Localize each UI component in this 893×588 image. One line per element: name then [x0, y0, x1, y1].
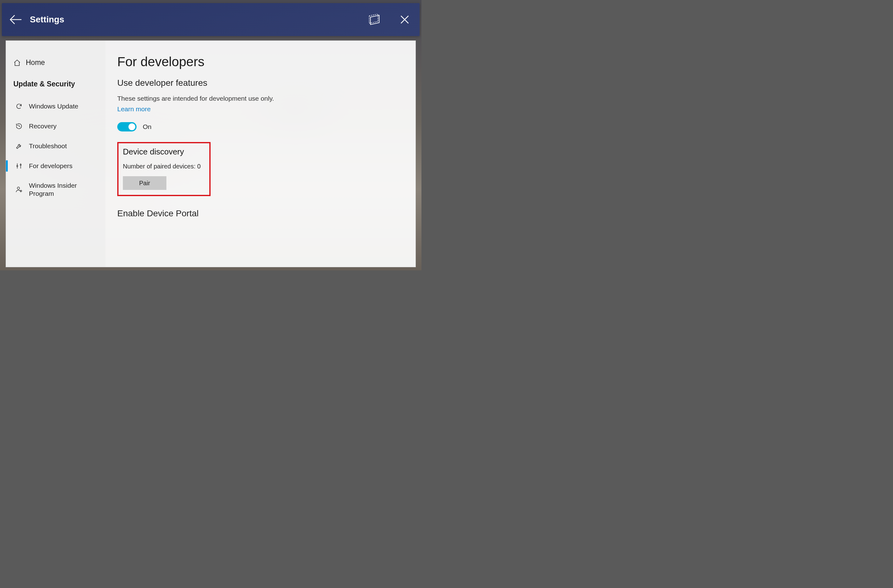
hologram-slate-icon	[368, 14, 381, 25]
person-badge-icon	[15, 186, 23, 193]
enable-device-portal-heading: Enable Device Portal	[117, 208, 406, 219]
device-discovery-highlight: Device discovery Number of paired device…	[117, 142, 210, 196]
arrow-left-icon	[9, 13, 23, 26]
sidebar-item-label: For developers	[29, 162, 98, 170]
sidebar-item-label: Windows Update	[29, 102, 98, 110]
sidebar-item-label: Windows Insider Program	[29, 182, 98, 198]
sidebar-item-troubleshoot[interactable]: Troubleshoot	[6, 136, 105, 156]
tools-icon	[15, 162, 23, 170]
close-button[interactable]	[390, 3, 419, 36]
sidebar-section-header: Update & Security	[6, 70, 105, 96]
back-button[interactable]	[2, 3, 30, 36]
home-icon	[14, 59, 21, 66]
history-icon	[15, 123, 23, 130]
sidebar-item-windows-insider[interactable]: Windows Insider Program	[6, 176, 105, 204]
sidebar-item-label: Troubleshoot	[29, 142, 98, 150]
toggle-knob	[128, 123, 135, 130]
section-description: These settings are intended for developm…	[117, 95, 406, 102]
sidebar-item-windows-update[interactable]: Windows Update	[6, 96, 105, 116]
pair-button[interactable]: Pair	[123, 176, 167, 190]
close-icon	[400, 15, 409, 24]
window-titlebar: Settings	[2, 3, 419, 36]
sidebar-item-for-developers[interactable]: For developers	[6, 156, 105, 176]
sync-icon	[15, 103, 23, 110]
paired-devices-count: Number of paired devices: 0	[123, 163, 205, 170]
developer-features-toggle[interactable]	[117, 122, 137, 132]
sidebar-home[interactable]: Home	[6, 55, 105, 70]
wrench-icon	[15, 142, 23, 150]
device-discovery-title: Device discovery	[123, 147, 205, 157]
sidebar-item-recovery[interactable]: Recovery	[6, 116, 105, 136]
content-pane: For developers Use developer features Th…	[105, 41, 416, 267]
learn-more-link[interactable]: Learn more	[117, 105, 150, 113]
sidebar: Home Update & Security Windows Update Re…	[6, 41, 105, 267]
sidebar-home-label: Home	[26, 58, 45, 67]
section-subheading: Use developer features	[117, 78, 406, 88]
svg-point-3	[17, 187, 20, 189]
page-title: For developers	[117, 54, 406, 69]
svg-point-4	[20, 190, 22, 192]
sidebar-item-label: Recovery	[29, 122, 98, 130]
settings-window: Home Update & Security Windows Update Re…	[6, 40, 416, 267]
hologram-place-button[interactable]	[360, 3, 390, 36]
window-title: Settings	[30, 15, 64, 24]
toggle-state-label: On	[143, 123, 152, 130]
